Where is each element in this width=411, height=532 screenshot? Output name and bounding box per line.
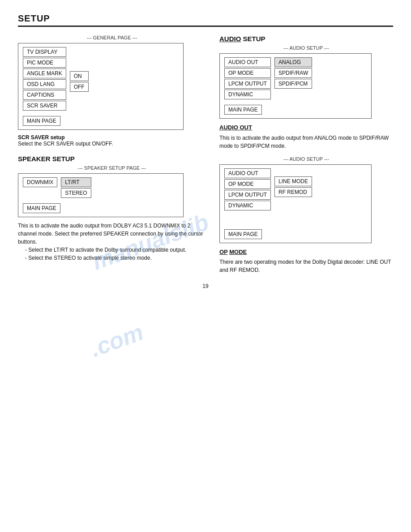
general-main-page-button[interactable]: MAIN PAGE xyxy=(23,116,60,126)
page-number: 19 xyxy=(18,283,393,289)
speaker-setup-box: DOWNMIX LT/RT STEREO MAIN PAGE xyxy=(18,173,184,217)
menu-item-downmix[interactable]: DOWNMIX xyxy=(23,177,57,187)
watermark-2: .com xyxy=(86,318,147,362)
general-page-row: TV DISPLAY PIC MODE ANGLE MARK OSD LANG … xyxy=(23,47,179,111)
audio-out-item[interactable]: AUDIO OUT xyxy=(224,57,271,67)
audio-right-items: ANALOG SPDIF/RAW SPDIF/PCM xyxy=(274,57,312,99)
analog-item[interactable]: ANALOG xyxy=(274,57,312,67)
general-page-main-items: TV DISPLAY PIC MODE ANGLE MARK OSD LANG … xyxy=(23,47,66,111)
audio-left-items: AUDIO OUT OP MODE LPCM OUTPUT DYNAMIC xyxy=(224,57,271,99)
speaker-desc: This is to activate the audio output fro… xyxy=(18,222,206,262)
menu-item-on[interactable]: ON xyxy=(70,71,89,81)
speaker-bullet-2: Select the STEREO to activate simple ste… xyxy=(25,254,206,262)
general-page-subtitle: --- GENERAL PAGE --- xyxy=(18,35,206,40)
left-column: --- GENERAL PAGE --- TV DISPLAY PIC MODE… xyxy=(18,35,206,274)
menu-item-off[interactable]: OFF xyxy=(70,82,89,92)
menu-item-angle-mark[interactable]: ANGLE MARK xyxy=(23,69,66,78)
dynamic-item[interactable]: DYNAMIC xyxy=(224,90,271,99)
audio-out-desc-text: This is to activate the audio output fro… xyxy=(219,135,389,149)
general-page-box: TV DISPLAY PIC MODE ANGLE MARK OSD LANG … xyxy=(18,43,184,130)
spdif-raw-item[interactable]: SPDIF/RAW xyxy=(274,68,312,78)
audio2-left-items: AUDIO OUT OP MODE LPCM OUTPUT DYNAMIC xyxy=(224,168,271,210)
speaker-sub-items: LT/RT STEREO xyxy=(61,177,91,198)
op-mode-title-rest: MODE xyxy=(229,249,247,255)
speaker-bullet-1: Select the LT/RT to activate the Dolby s… xyxy=(25,246,206,254)
audio-setup-2-subtitle: --- AUDIO SETUP --- xyxy=(219,156,393,162)
audio-2-main-page-button[interactable]: MAIN PAGE xyxy=(224,229,262,239)
speaker-bullets: Select the LT/RT to activate the Dolby s… xyxy=(25,246,206,262)
speaker-setup-subtitle: --- SPEAKER SETUP PAGE --- xyxy=(18,165,206,171)
menu-item-scr-saver[interactable]: SCR SAVER xyxy=(23,101,66,111)
audio-out-title-underline: AUDIO OUT xyxy=(219,124,252,131)
menu-item-osd-lang[interactable]: OSD LANG xyxy=(23,79,66,89)
page-title: SETUP xyxy=(18,13,393,27)
line-mode-item[interactable]: LINE MODE xyxy=(274,176,312,186)
scr-saver-desc-bold: SCR SAVER setup xyxy=(18,134,64,141)
spdif-pcm-item[interactable]: SPDIF/PCM xyxy=(274,79,312,89)
op-mode-desc-section: OP MODE There are two operating modes fo… xyxy=(219,248,393,275)
audio-setup-title-rest: SETUP xyxy=(243,35,265,43)
op-mode-title-op: OP xyxy=(219,249,228,255)
speaker-setup-title: SPEAKER SETUP xyxy=(18,155,206,163)
speaker-row: DOWNMIX LT/RT STEREO xyxy=(23,177,179,198)
rf-remod-item[interactable]: RF REMOD xyxy=(274,187,312,197)
audio2-right-items: LINE MODE RF REMOD xyxy=(274,176,312,210)
lpcm-output-item-2[interactable]: LPCM OUTPUT xyxy=(224,190,271,200)
audio-row-1: AUDIO OUT OP MODE LPCM OUTPUT DYNAMIC AN… xyxy=(224,57,367,99)
right-column: AUDIO SETUP --- AUDIO SETUP --- AUDIO OU… xyxy=(219,35,393,274)
scr-saver-desc-text: Select the SCR SAVER output ON/OFF. xyxy=(18,141,113,147)
audio-out-item-2[interactable]: AUDIO OUT xyxy=(224,168,271,178)
menu-item-lt-rt[interactable]: LT/RT xyxy=(61,177,91,187)
menu-item-pic-mode[interactable]: PIC MODE xyxy=(23,58,66,68)
audio-setup-1-subtitle: --- AUDIO SETUP --- xyxy=(219,45,393,51)
op-mode-item[interactable]: OP MODE xyxy=(224,68,271,78)
op-mode-item-2[interactable]: OP MODE xyxy=(224,179,271,189)
audio-setup-box-1: AUDIO OUT OP MODE LPCM OUTPUT DYNAMIC AN… xyxy=(219,53,372,119)
lpcm-output-item[interactable]: LPCM OUTPUT xyxy=(224,79,271,89)
scr-saver-desc: SCR SAVER setup Select the SCR SAVER out… xyxy=(18,134,206,147)
general-page-sub-items: ON OFF xyxy=(70,71,89,92)
audio-out-title: AUDIO OUT xyxy=(219,123,393,132)
audio-setup-title: AUDIO SETUP xyxy=(219,35,393,43)
menu-item-tv-display[interactable]: TV DISPLAY xyxy=(23,47,66,57)
menu-item-captions[interactable]: CAPTIONS xyxy=(23,90,66,100)
audio-setup-title-underline: AUDIO xyxy=(219,35,241,43)
dynamic-item-2[interactable]: DYNAMIC xyxy=(224,201,271,210)
audio-1-main-page-button[interactable]: MAIN PAGE xyxy=(224,105,262,115)
speaker-main-page-button[interactable]: MAIN PAGE xyxy=(23,203,60,213)
audio-row-2: AUDIO OUT OP MODE LPCM OUTPUT DYNAMIC LI… xyxy=(224,168,367,210)
op-mode-desc-text: There are two operating modes for the Do… xyxy=(219,259,391,273)
audio-setup-box-2: AUDIO OUT OP MODE LPCM OUTPUT DYNAMIC LI… xyxy=(219,164,372,243)
speaker-desc-text: This is to activate the audio output fro… xyxy=(18,223,203,245)
op-mode-title: OP MODE xyxy=(219,248,393,257)
menu-item-stereo[interactable]: STEREO xyxy=(61,188,91,198)
audio-out-desc-section: AUDIO OUT This is to activate the audio … xyxy=(219,123,393,150)
